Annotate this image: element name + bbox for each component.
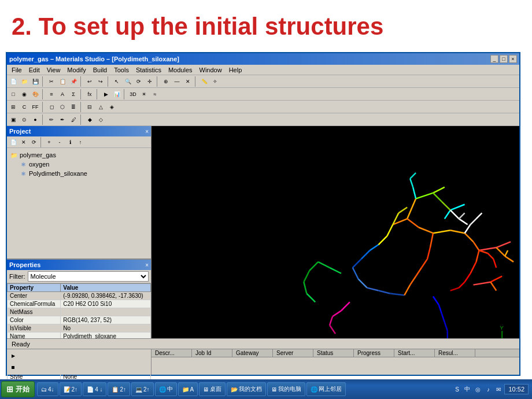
tb-script[interactable]: fx	[84, 89, 95, 99]
tb-periodic[interactable]: Σ	[68, 89, 79, 99]
tb-pack[interactable]: ⊟	[84, 102, 95, 112]
tb-copy[interactable]: 📋	[57, 76, 68, 87]
tb-draw2[interactable]: ✒	[57, 114, 68, 125]
tb-perspective[interactable]: □	[8, 89, 19, 99]
menu-statistics[interactable]: Statistics	[132, 66, 165, 73]
taskbar-app-3[interactable]: 📄 4 ↓	[83, 382, 106, 396]
taskbar-app-2[interactable]: 📝 2↑	[60, 382, 82, 396]
menu-view[interactable]: View	[43, 66, 64, 73]
tb-draw3[interactable]: 🖊	[68, 114, 79, 125]
job-btn-1[interactable]: ▶	[8, 350, 19, 361]
project-header: Project ×	[7, 126, 151, 136]
properties-close-btn[interactable]: ×	[145, 262, 149, 268]
tb-render1[interactable]: ◆	[84, 114, 95, 125]
viewport-3d[interactable]: X Y Z	[152, 126, 519, 375]
tb-3d[interactable]: 3D	[128, 89, 138, 99]
project-close-btn[interactable]: ×	[145, 128, 149, 135]
tb-lattice[interactable]: ◻	[46, 102, 57, 112]
taskbar-app-5[interactable]: 💻 2↑	[131, 382, 154, 396]
menu-build[interactable]: Build	[90, 66, 110, 73]
tb-analyze[interactable]: 📊	[112, 89, 122, 99]
project-refresh[interactable]: ⟳	[29, 137, 39, 147]
menu-modules[interactable]: Modules	[165, 66, 196, 73]
svg-line-30	[370, 245, 379, 250]
taskbar-app-7[interactable]: 📁 A	[178, 382, 198, 396]
tb-sphere[interactable]: ●	[30, 114, 40, 125]
tb-clean[interactable]: ✧	[210, 76, 220, 87]
project-props[interactable]: ℹ	[65, 137, 75, 147]
tb-zoom[interactable]: 🔍	[123, 76, 133, 87]
taskbar-app-net[interactable]: 🌐 网上邻居	[306, 382, 346, 396]
svg-line-23	[465, 233, 474, 242]
svg-line-67	[433, 297, 439, 305]
menu-file[interactable]: File	[8, 66, 25, 73]
tb-undo[interactable]: ↩	[84, 76, 95, 87]
mol-icon-oxygen: ⚛	[19, 160, 28, 168]
tb-color[interactable]: 🎨	[30, 89, 40, 99]
properties-header: Properties ×	[7, 260, 151, 270]
tb-ff[interactable]: FF	[30, 102, 40, 112]
property-name: Color	[8, 316, 61, 324]
tb-cut[interactable]: ✂	[46, 76, 57, 87]
tb-rotate[interactable]: ⟳	[134, 76, 144, 87]
start-button[interactable]: ⊞ 开始	[1, 381, 35, 397]
tb-bond[interactable]: —	[172, 76, 182, 87]
taskbar-right: S 中 ◎ ♪ ✉ 10:52	[452, 384, 529, 394]
taskbar-app-1[interactable]: 🗂 4↓	[37, 382, 58, 396]
tb-period-table[interactable]: ⊞	[8, 102, 19, 112]
tb-measure[interactable]: 📏	[199, 76, 209, 87]
tb-fog[interactable]: ≈	[150, 89, 160, 99]
tb-element[interactable]: C	[19, 102, 29, 112]
tree-item-polydimeth[interactable]: ⚛ Polydimeth_siloxane	[9, 169, 149, 178]
taskbar-app-comp[interactable]: 🖥 我的电脑	[267, 382, 305, 396]
tb-translate[interactable]: ✛	[145, 76, 155, 87]
tb-render2[interactable]: ◇	[95, 114, 106, 125]
close-button[interactable]: ×	[509, 55, 517, 63]
tb-draw1[interactable]: ✏	[46, 114, 57, 125]
menu-tools[interactable]: Tools	[110, 66, 132, 73]
menu-edit[interactable]: Edit	[25, 66, 43, 73]
tb-atom[interactable]: ⊕	[161, 76, 171, 87]
tb-paste[interactable]: 📌	[68, 76, 79, 87]
taskbar-app-6[interactable]: 🌐 中	[155, 382, 177, 396]
tb-surface[interactable]: △	[95, 102, 106, 112]
filter-select[interactable]: Molecule	[28, 271, 149, 282]
tb-select2[interactable]: ▣	[8, 114, 19, 125]
tree-item-oxygen[interactable]: ⚛ oxygen	[9, 160, 149, 169]
project-up[interactable]: ↑	[75, 137, 86, 147]
maximize-button[interactable]: □	[500, 55, 508, 63]
project-delete[interactable]: ✕	[19, 137, 29, 147]
tb-new[interactable]: 📄	[8, 76, 19, 87]
taskbar-app-4[interactable]: 📋 2↑	[108, 382, 130, 396]
taskbar-icon-docs: 📂	[231, 386, 238, 393]
tree-item-polymer-gas[interactable]: 📁 polymer_gas	[9, 150, 149, 160]
tb-sim[interactable]: ▶	[101, 89, 111, 99]
props-col-property: Property	[8, 284, 61, 292]
taskbar-app-desk[interactable]: 🖥 桌面	[199, 382, 226, 396]
project-new[interactable]: 📄	[8, 137, 19, 147]
svg-line-66	[493, 259, 496, 268]
tb-frac[interactable]: ≣	[68, 102, 79, 112]
tb-delete[interactable]: ✕	[183, 76, 193, 87]
tb-select[interactable]: ↖	[112, 76, 122, 87]
job-btn-2[interactable]: ⏹	[8, 362, 19, 372]
svg-line-42	[304, 282, 306, 294]
tb-light[interactable]: ☀	[139, 89, 149, 99]
tb-sep-13	[80, 114, 83, 125]
menu-modify[interactable]: Modify	[64, 66, 89, 73]
project-collapse[interactable]: -	[54, 137, 65, 147]
tb-sym[interactable]: ⬡	[57, 102, 68, 112]
tb-open[interactable]: 📁	[19, 76, 29, 87]
tb-vol[interactable]: ◈	[106, 102, 117, 112]
tb-save[interactable]: 💾	[30, 76, 40, 87]
taskbar-app-docs[interactable]: 📂 我的文档	[227, 382, 266, 396]
tb-lasso[interactable]: ⊙	[19, 114, 29, 125]
menu-help[interactable]: Help	[226, 66, 246, 73]
tb-style[interactable]: ≡	[46, 89, 57, 99]
tb-label[interactable]: A	[57, 89, 68, 99]
tb-display[interactable]: ◉	[19, 89, 29, 99]
project-expand[interactable]: +	[44, 137, 54, 147]
menu-window[interactable]: Window	[196, 66, 226, 73]
minimize-button[interactable]: _	[490, 55, 498, 63]
tb-redo[interactable]: ↪	[95, 76, 106, 87]
